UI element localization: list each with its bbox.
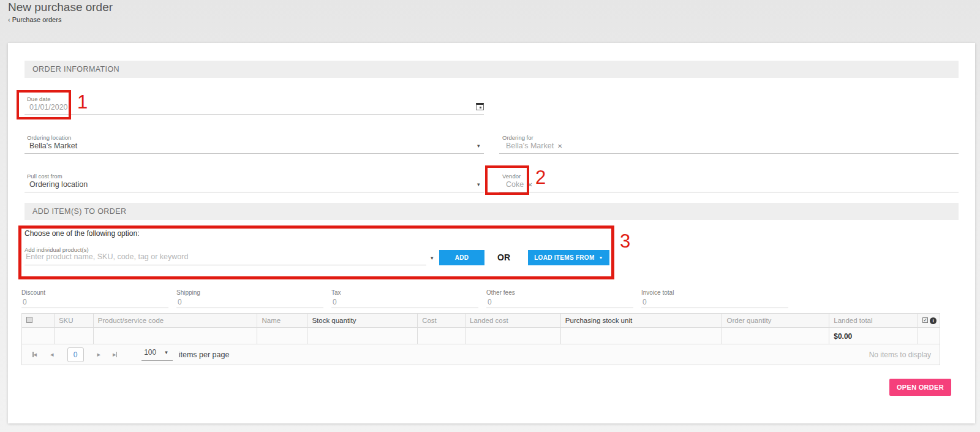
empty-state-text: No items to display [869, 351, 931, 359]
summary-cell-name [257, 328, 307, 344]
page-size-value: 100 [144, 348, 156, 357]
ordering-location-value[interactable]: Bella's Market [29, 142, 77, 150]
items-table-pager: ◂ ◂ 0 ▸ ▸ 100 ▾ items per page No items … [21, 344, 940, 365]
shipping-label: Shipping [176, 289, 200, 296]
pager-first-button[interactable]: ◂ [32, 351, 37, 358]
pull-cost-from-value[interactable]: Ordering location [29, 180, 88, 189]
vendor-underline [499, 192, 959, 192]
header-cell-name: Name [257, 314, 307, 327]
load-items-caret-icon: ▼ [599, 256, 603, 260]
summary-cell-purchasing-stock-unit [561, 328, 723, 344]
header-cell-sku: SKU [55, 314, 94, 327]
shipping-input[interactable]: 0 [178, 298, 182, 306]
summary-cell-select [22, 328, 55, 344]
tax-label: Tax [331, 289, 341, 296]
vendor-label: Vendor [502, 173, 521, 180]
column-settings-checkbox-icon[interactable]: ✓ [922, 317, 928, 323]
summary-cell-order-quantity [722, 328, 829, 344]
other-fees-input[interactable]: 0 [488, 298, 492, 306]
product-search-caret-icon[interactable]: ▾ [431, 255, 434, 261]
breadcrumb[interactable]: ‹Purchase orders [8, 16, 61, 23]
info-icon[interactable]: i [930, 317, 937, 324]
back-chevron-icon: ‹ [8, 16, 10, 23]
discount-underline [21, 308, 168, 308]
items-table-summary-row: $0.00 [21, 328, 940, 344]
header-cell-landed-cost: Landed cost [466, 314, 561, 327]
page-title: New purchase order [8, 1, 113, 14]
ordering-location-underline [24, 153, 484, 154]
or-label: OR [497, 252, 510, 262]
remove-ordering-for-icon[interactable]: ✕ [557, 143, 562, 150]
header-cell-select [22, 314, 55, 327]
summary-cell-landed-cost [466, 328, 561, 344]
summary-cell-options [918, 328, 940, 344]
annotation-number-1: 1 [77, 91, 88, 113]
add-button[interactable]: ADD [439, 250, 484, 265]
product-search-input[interactable] [26, 252, 418, 261]
section-header-add-items: ADD ITEM(S) TO ORDER [24, 203, 959, 220]
load-items-from-button[interactable]: LOAD ITEMS FROM ▼ [528, 250, 609, 265]
load-items-from-label: LOAD ITEMS FROM [534, 254, 594, 261]
pager-prev-button[interactable]: ◂ [50, 351, 54, 358]
remove-vendor-icon[interactable]: ✕ [527, 181, 532, 188]
ordering-for-chip[interactable]: Bella's Market✕ [506, 142, 563, 150]
header-cell-landed-total: Landed total [829, 314, 918, 327]
section-header-order-information: ORDER INFORMATION [24, 61, 959, 78]
pager-next-button[interactable]: ▸ [97, 351, 101, 358]
select-all-checkbox[interactable] [26, 317, 32, 323]
pull-cost-from-label: Pull cost from [27, 173, 62, 180]
ordering-location-label: Ordering location [27, 134, 71, 141]
vendor-chip[interactable]: Coke✕ [506, 180, 533, 189]
ordering-for-underline [499, 153, 959, 154]
header-cell-purchasing-stock-unit: Purchasing stock unit [561, 314, 723, 327]
tax-input[interactable]: 0 [333, 298, 337, 306]
annotation-number-2: 2 [535, 167, 546, 189]
summary-cell-stock-quantity [307, 328, 418, 344]
due-date-underline [24, 114, 484, 115]
product-search-underline [24, 265, 426, 265]
summary-cell-landed-total: $0.00 [829, 328, 918, 344]
discount-input[interactable]: 0 [23, 298, 27, 306]
header-cell-options: ✓ i [918, 314, 940, 327]
header-cell-cost: Cost [418, 314, 466, 327]
summary-cell-cost [418, 328, 466, 344]
pull-cost-from-underline [24, 192, 484, 192]
summary-cell-sku [55, 328, 94, 344]
add-items-instruction: Choose one of the following option: [24, 229, 139, 238]
shipping-underline [176, 308, 323, 308]
invoice-total-underline [641, 308, 788, 308]
due-date-value[interactable]: 01/01/2020 [29, 103, 68, 112]
items-per-page-label: items per page [179, 351, 230, 359]
pull-cost-from-caret-icon[interactable]: ▾ [477, 181, 480, 188]
ordering-location-caret-icon[interactable]: ▾ [477, 143, 480, 149]
tax-underline [331, 308, 478, 308]
calendar-icon[interactable] [476, 103, 484, 110]
header-cell-stock-quantity: Stock quantity [307, 314, 418, 327]
other-fees-underline [486, 308, 633, 308]
vendor-value: Coke [506, 180, 524, 189]
ordering-for-label: Ordering for [502, 134, 533, 141]
purchase-order-card [8, 43, 975, 423]
summary-cell-product-service-code [94, 328, 258, 344]
page-size-select[interactable]: 100 ▾ [141, 348, 173, 361]
invoice-total-input[interactable]: 0 [643, 298, 647, 306]
pager-page-indicator[interactable]: 0 [67, 347, 84, 362]
annotation-number-3: 3 [620, 230, 630, 252]
open-order-button[interactable]: OPEN ORDER [889, 379, 951, 396]
other-fees-label: Other fees [486, 289, 515, 296]
due-date-label: Due date [27, 96, 51, 102]
invoice-total-label: Invoice total [641, 289, 674, 296]
page-size-caret-icon: ▾ [165, 349, 168, 355]
pager-last-button[interactable]: ▸ [113, 351, 117, 358]
items-table-header: SKU Product/service code Name Stock quan… [21, 313, 940, 328]
header-cell-product-service-code: Product/service code [94, 314, 258, 327]
ordering-for-value: Bella's Market [506, 142, 554, 150]
header-cell-order-quantity: Order quantity [722, 314, 829, 327]
discount-label: Discount [21, 289, 45, 296]
breadcrumb-label: Purchase orders [12, 16, 62, 23]
